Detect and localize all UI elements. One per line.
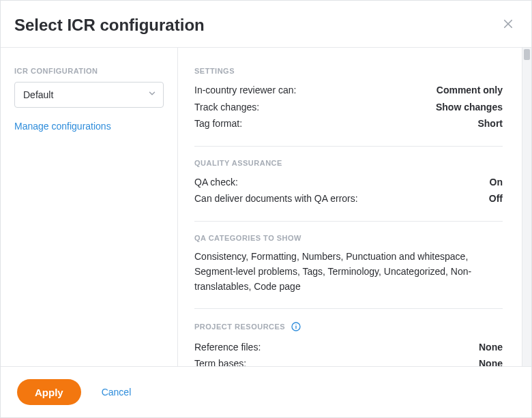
- manage-configurations-link[interactable]: Manage configurations: [14, 121, 111, 132]
- settings-value: Show changes: [436, 99, 503, 116]
- settings-key: Tag format:: [194, 115, 242, 132]
- scrollbar-thumb[interactable]: [524, 49, 530, 60]
- settings-key: In-country reviewer can:: [194, 82, 296, 99]
- resources-label: PROJECT RESOURCES: [194, 323, 285, 331]
- settings-key: Track changes:: [194, 99, 259, 116]
- qa-value: On: [490, 174, 503, 191]
- config-select-value: Default: [14, 82, 164, 108]
- resources-section: PROJECT RESOURCES Reference files: None: [194, 321, 503, 366]
- settings-value: Comment only: [437, 82, 503, 99]
- svg-point-4: [296, 324, 297, 325]
- config-details: SETTINGS In-country reviewer can: Commen…: [178, 48, 522, 366]
- config-section-label: ICR CONFIGURATION: [14, 67, 164, 75]
- settings-label: SETTINGS: [194, 67, 503, 75]
- config-sidebar: ICR CONFIGURATION Default Manage configu…: [1, 48, 178, 366]
- divider: [194, 221, 503, 222]
- dialog-title: Select ICR configuration: [14, 16, 205, 35]
- qa-categories-text: Consistency, Formatting, Numbers, Punctu…: [194, 249, 503, 295]
- config-select[interactable]: Default: [14, 82, 164, 108]
- dialog-body: ICR CONFIGURATION Default Manage configu…: [1, 47, 531, 366]
- resource-row: Term bases: None: [194, 355, 503, 366]
- cancel-button[interactable]: Cancel: [102, 387, 132, 398]
- resource-value: None: [479, 355, 503, 366]
- qa-categories-label: QA CATEGORIES TO SHOW: [194, 234, 503, 242]
- divider: [194, 308, 503, 309]
- resource-key: Reference files:: [194, 339, 261, 356]
- settings-row: Tag format: Short: [194, 115, 503, 132]
- settings-value: Short: [477, 115, 503, 132]
- qa-key: Can deliver documents with QA errors:: [194, 190, 358, 207]
- resource-key: Term bases:: [194, 355, 246, 366]
- dialog-footer: Apply Cancel: [1, 366, 531, 417]
- resource-value: None: [479, 339, 503, 356]
- apply-button[interactable]: Apply: [17, 379, 81, 405]
- divider: [194, 146, 503, 147]
- close-icon: [502, 18, 514, 33]
- scrollbar[interactable]: [522, 48, 531, 366]
- info-icon[interactable]: [291, 321, 301, 332]
- qa-value: Off: [489, 190, 503, 207]
- settings-row: In-country reviewer can: Comment only: [194, 82, 503, 99]
- dialog-header: Select ICR configuration: [1, 1, 531, 47]
- qa-label: QUALITY ASSURANCE: [194, 159, 503, 167]
- settings-section: SETTINGS In-country reviewer can: Commen…: [194, 67, 503, 132]
- resource-row: Reference files: None: [194, 339, 503, 356]
- qa-row: Can deliver documents with QA errors: Of…: [194, 190, 503, 207]
- icr-config-dialog: Select ICR configuration ICR CONFIGURATI…: [0, 0, 532, 418]
- qa-section: QUALITY ASSURANCE QA check: On Can deliv…: [194, 159, 503, 207]
- qa-key: QA check:: [194, 174, 238, 191]
- settings-row: Track changes: Show changes: [194, 99, 503, 116]
- content-wrap: SETTINGS In-country reviewer can: Commen…: [178, 48, 531, 366]
- close-button[interactable]: [501, 18, 515, 32]
- qa-row: QA check: On: [194, 174, 503, 191]
- qa-categories-section: QA CATEGORIES TO SHOW Consistency, Forma…: [194, 234, 503, 295]
